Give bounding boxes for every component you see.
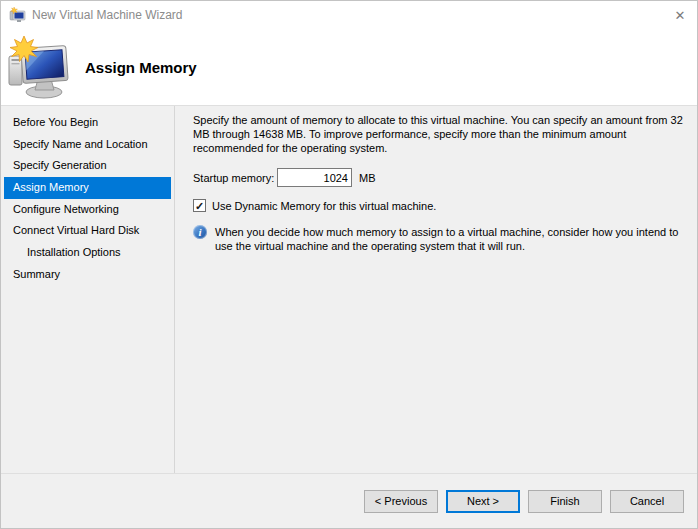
startup-memory-row: Startup memory: MB [193, 168, 696, 187]
dynamic-memory-checkbox[interactable]: ✓ [193, 199, 206, 212]
sidebar-item-specify-generation[interactable]: Specify Generation [4, 155, 171, 177]
sidebar-item-specify-name-and-location[interactable]: Specify Name and Location [4, 134, 171, 156]
sidebar-item-installation-options[interactable]: Installation Options [4, 242, 171, 264]
wizard-steps-sidebar: Before You Begin Specify Name and Locati… [1, 106, 175, 473]
checkmark-icon: ✓ [195, 201, 204, 211]
info-note-text: When you decide how much memory to assig… [215, 225, 693, 253]
sidebar-item-assign-memory[interactable]: Assign Memory [4, 177, 171, 199]
description-text: Specify the amount of memory to allocate… [193, 113, 696, 155]
sidebar-item-summary[interactable]: Summary [4, 264, 171, 286]
new-vm-wizard-dialog: New Virtual Machine Wizard ✕ [0, 0, 698, 529]
wizard-header: Assign Memory [1, 29, 697, 106]
startup-memory-input[interactable] [277, 168, 352, 187]
dynamic-memory-row: ✓ Use Dynamic Memory for this virtual ma… [193, 199, 696, 212]
sidebar-item-before-you-begin[interactable]: Before You Begin [4, 112, 171, 134]
titlebar: New Virtual Machine Wizard ✕ [1, 1, 697, 29]
sidebar-item-connect-virtual-hard-disk[interactable]: Connect Virtual Hard Disk [4, 220, 171, 242]
info-icon: i [193, 225, 207, 239]
app-icon [9, 7, 26, 24]
dynamic-memory-label: Use Dynamic Memory for this virtual mach… [212, 200, 436, 212]
wizard-page-content: Specify the amount of memory to allocate… [175, 106, 698, 473]
close-icon[interactable]: ✕ [663, 1, 697, 29]
cancel-button[interactable]: Cancel [610, 490, 684, 513]
startup-memory-label: Startup memory: [193, 172, 277, 184]
previous-button[interactable]: < Previous [364, 490, 438, 513]
page-title: Assign Memory [85, 59, 197, 76]
info-note-row: i When you decide how much memory to ass… [193, 225, 696, 253]
wizard-footer: < Previous Next > Finish Cancel [1, 473, 697, 528]
wizard-computer-icon [7, 35, 73, 101]
next-button[interactable]: Next > [446, 490, 520, 513]
finish-button[interactable]: Finish [528, 490, 602, 513]
startup-memory-unit: MB [359, 172, 376, 184]
wizard-body: Before You Begin Specify Name and Locati… [1, 106, 697, 473]
sidebar-item-configure-networking[interactable]: Configure Networking [4, 199, 171, 221]
window-title: New Virtual Machine Wizard [32, 8, 663, 22]
